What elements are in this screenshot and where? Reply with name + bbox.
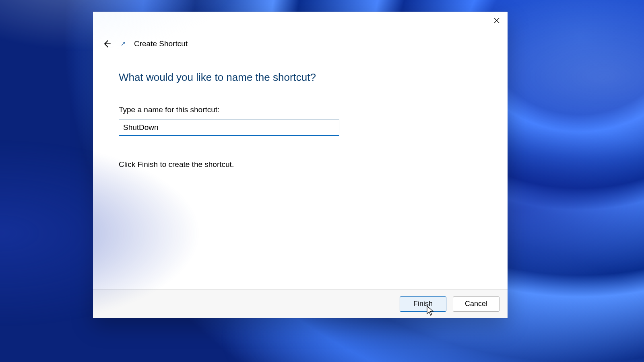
arrow-left-icon xyxy=(102,39,111,48)
instruction-text: Click Finish to create the shortcut. xyxy=(119,160,482,169)
finish-button[interactable]: Finish xyxy=(400,296,446,312)
titlebar xyxy=(93,12,508,29)
back-button[interactable] xyxy=(99,37,114,51)
cancel-button[interactable]: Cancel xyxy=(453,296,500,312)
close-icon xyxy=(494,18,500,23)
shortcut-name-input[interactable] xyxy=(119,119,339,136)
create-shortcut-dialog: Create Shortcut What would you like to n… xyxy=(93,12,508,318)
dialog-title: Create Shortcut xyxy=(134,39,188,48)
dialog-footer: Finish Cancel xyxy=(93,289,508,318)
dialog-content: What would you like to name the shortcut… xyxy=(93,54,508,289)
dialog-header: Create Shortcut xyxy=(93,29,508,54)
close-button[interactable] xyxy=(487,12,506,29)
shortcut-icon xyxy=(120,40,127,47)
input-label: Type a name for this shortcut: xyxy=(119,105,482,114)
page-heading: What would you like to name the shortcut… xyxy=(119,71,482,84)
